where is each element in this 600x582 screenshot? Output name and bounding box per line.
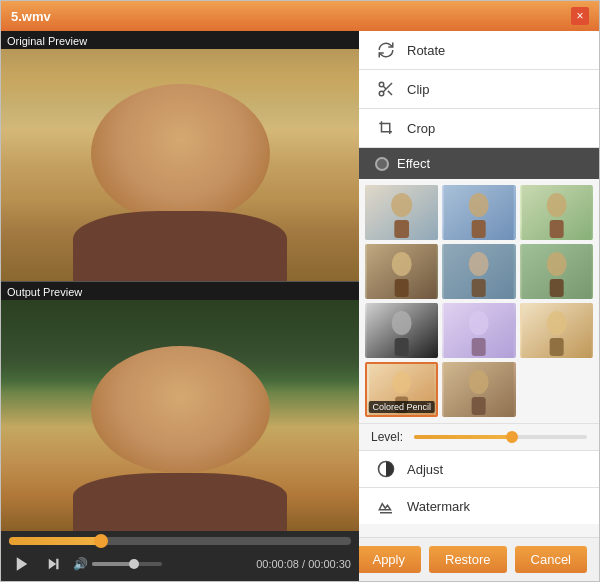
- svg-point-24: [546, 252, 566, 276]
- thumbnail-11[interactable]: [442, 362, 515, 417]
- progress-bar[interactable]: [9, 537, 351, 545]
- tool-rotate[interactable]: Rotate: [359, 31, 599, 70]
- apply-button[interactable]: Apply: [359, 546, 421, 573]
- level-row: Level:: [371, 430, 587, 444]
- svg-line-6: [388, 91, 392, 95]
- thumb-2-img: [442, 185, 515, 240]
- svg-point-15: [546, 193, 566, 217]
- thumbnail-4[interactable]: [365, 244, 438, 299]
- output-video: [1, 300, 359, 532]
- thumbnail-5[interactable]: [442, 244, 515, 299]
- level-section: Level:: [359, 423, 599, 450]
- svg-point-18: [392, 252, 412, 276]
- thumb-6-img: [520, 244, 593, 299]
- tool-watermark[interactable]: Watermark: [359, 487, 599, 524]
- total-time: 00:00:30: [308, 558, 351, 570]
- svg-rect-34: [549, 338, 563, 356]
- adjust-icon: [375, 458, 397, 480]
- close-button[interactable]: ×: [571, 7, 589, 25]
- time-display: 00:00:08 / 00:00:30: [256, 558, 351, 570]
- svg-rect-13: [472, 220, 486, 238]
- bottom-buttons: Apply Restore Cancel: [359, 537, 599, 581]
- output-preview-section: Output Preview: [1, 282, 359, 532]
- thumb-3-img: [520, 185, 593, 240]
- level-label: Level:: [371, 430, 406, 444]
- svg-marker-0: [17, 557, 28, 571]
- tool-clip[interactable]: Clip: [359, 70, 599, 109]
- restore-button[interactable]: Restore: [429, 546, 507, 573]
- level-thumb[interactable]: [506, 431, 518, 443]
- thumb-5-img: [442, 244, 515, 299]
- effect-section-header[interactable]: Effect: [359, 148, 599, 179]
- svg-point-33: [546, 311, 566, 335]
- svg-rect-25: [549, 279, 563, 297]
- thumb-7-img: [365, 303, 438, 358]
- thumb-8-img: [442, 303, 515, 358]
- tool-crop[interactable]: Crop: [359, 109, 599, 148]
- thumb-11-img: [442, 362, 515, 417]
- original-preview-label: Original Preview: [1, 31, 359, 49]
- progress-fill: [9, 537, 101, 545]
- thumbnail-1[interactable]: [365, 185, 438, 240]
- thumbnail-10-selected[interactable]: Colored Pencil: [365, 362, 438, 417]
- next-button[interactable]: [41, 553, 67, 575]
- thumb-9-img: [520, 303, 593, 358]
- thumbnail-2[interactable]: [442, 185, 515, 240]
- svg-rect-19: [395, 279, 409, 297]
- watermark-label: Watermark: [407, 499, 470, 514]
- svg-point-30: [469, 311, 489, 335]
- crop-icon: [375, 117, 397, 139]
- volume-thumb[interactable]: [129, 559, 139, 569]
- svg-rect-40: [472, 397, 486, 415]
- svg-rect-28: [395, 338, 409, 356]
- svg-rect-2: [56, 559, 58, 570]
- thumbnail-6[interactable]: [520, 244, 593, 299]
- svg-point-4: [379, 91, 384, 96]
- clip-icon: [375, 78, 397, 100]
- effect-label: Effect: [397, 156, 430, 171]
- thumbnail-9[interactable]: [520, 303, 593, 358]
- left-panel: Original Preview Output Preview: [1, 31, 359, 581]
- svg-point-3: [379, 82, 384, 87]
- volume-control: 🔊: [73, 557, 162, 571]
- svg-point-9: [391, 193, 412, 217]
- play-button[interactable]: [9, 553, 35, 575]
- output-preview-label: Output Preview: [1, 282, 359, 300]
- watermark-icon: [375, 495, 397, 517]
- svg-rect-10: [394, 220, 409, 238]
- original-preview-section: Original Preview: [1, 31, 359, 281]
- cancel-button[interactable]: Cancel: [515, 546, 587, 573]
- effect-header: Effect: [375, 156, 583, 171]
- clip-label: Clip: [407, 82, 429, 97]
- svg-rect-16: [549, 220, 563, 238]
- play-icon: [13, 555, 31, 573]
- crop-label: Crop: [407, 121, 435, 136]
- thumbnail-8[interactable]: [442, 303, 515, 358]
- volume-fill: [92, 562, 131, 566]
- title-bar: 5.wmv ×: [1, 1, 599, 31]
- thumbnail-7[interactable]: [365, 303, 438, 358]
- svg-rect-22: [472, 279, 486, 297]
- svg-point-39: [469, 370, 489, 394]
- colored-pencil-label: Colored Pencil: [368, 401, 435, 413]
- level-track[interactable]: [414, 435, 587, 439]
- thumbnail-3[interactable]: [520, 185, 593, 240]
- rotate-label: Rotate: [407, 43, 445, 58]
- tool-adjust[interactable]: Adjust: [359, 450, 599, 487]
- spacer: [359, 524, 599, 537]
- svg-point-21: [469, 252, 489, 276]
- thumb-4-img: [365, 244, 438, 299]
- svg-point-12: [469, 193, 489, 217]
- volume-icon: 🔊: [73, 557, 88, 571]
- svg-point-36: [392, 371, 411, 393]
- controls-row: 🔊 00:00:08 / 00:00:30: [9, 553, 351, 575]
- main-content: Original Preview Output Preview: [1, 31, 599, 581]
- thumb-1-img: [365, 185, 438, 240]
- volume-track[interactable]: [92, 562, 162, 566]
- controls-bar: 🔊 00:00:08 / 00:00:30: [1, 531, 359, 581]
- original-video: [1, 49, 359, 281]
- thumbnails-grid: Colored Pencil: [359, 179, 599, 423]
- progress-thumb[interactable]: [94, 534, 108, 548]
- svg-rect-31: [472, 338, 486, 356]
- svg-line-7: [383, 86, 386, 89]
